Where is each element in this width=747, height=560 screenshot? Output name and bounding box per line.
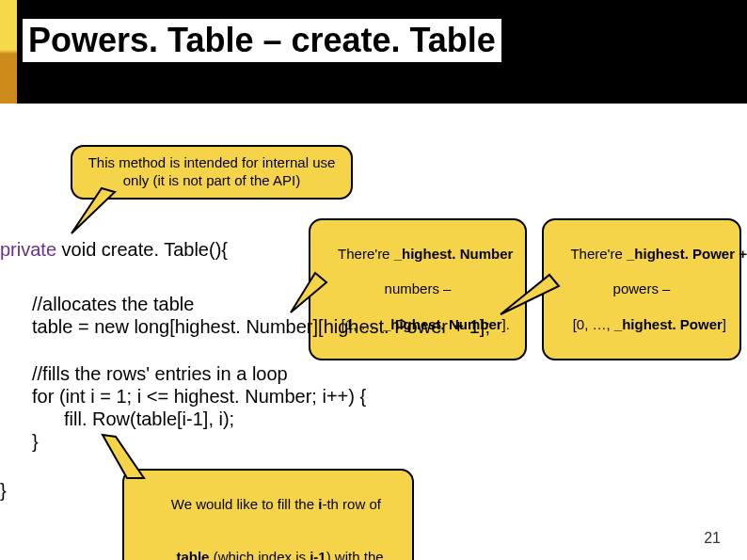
slide-title-text: Powers. Table – create. Table xyxy=(28,21,496,59)
callout-text: There're _highest. Number xyxy=(322,228,514,280)
callout-text: [0, …, _highest. Power] xyxy=(555,298,728,351)
callout-text: numbers – xyxy=(322,280,514,298)
code-alloc-comment: //allocates the table xyxy=(32,294,194,315)
code-brace-close-outer: } xyxy=(0,480,7,502)
callout-text: _table (which index is i-1) with the xyxy=(135,531,401,560)
svg-marker-2 xyxy=(501,275,559,314)
callout-fill-row: We would like to fill the i-th row of _t… xyxy=(122,469,414,560)
code-text: void create. Table(){ xyxy=(56,239,228,260)
callout-text: This method is intended for internal use xyxy=(84,154,340,172)
keyword-private: private xyxy=(0,239,56,260)
callout-text: There're _highest. Power +1 xyxy=(555,228,728,280)
callout-tail xyxy=(287,271,334,318)
code-fill-comment: //fills the rows' entries in a loop xyxy=(32,363,288,385)
callout-tail xyxy=(99,433,155,485)
callout-tail xyxy=(497,273,563,320)
header-accent xyxy=(0,0,17,104)
callout-text: powers – xyxy=(555,280,728,298)
code-brace-close-inner: } xyxy=(32,431,39,453)
svg-marker-3 xyxy=(103,435,144,478)
slide-title: Powers. Table – create. Table xyxy=(23,19,501,62)
callout-tail xyxy=(66,186,122,238)
svg-marker-1 xyxy=(291,273,326,312)
callout-text: We would like to fill the i-th row of xyxy=(135,478,401,531)
callout-highest-power: There're _highest. Power +1 powers – [0,… xyxy=(542,218,741,360)
callout-highest-number: There're _highest. Number numbers – [1, … xyxy=(309,218,527,360)
code-signature: private void create. Table(){ xyxy=(0,239,228,261)
code-for-line: for (int i = 1; i <= highest. Number; i+… xyxy=(32,386,366,408)
code-alloc-line: table = new long[highest. Number][highes… xyxy=(32,316,490,338)
code-fillrow-line: fill. Row(table[i-1], i); xyxy=(64,408,234,430)
svg-marker-0 xyxy=(72,188,115,233)
page-number: 21 xyxy=(704,530,721,547)
